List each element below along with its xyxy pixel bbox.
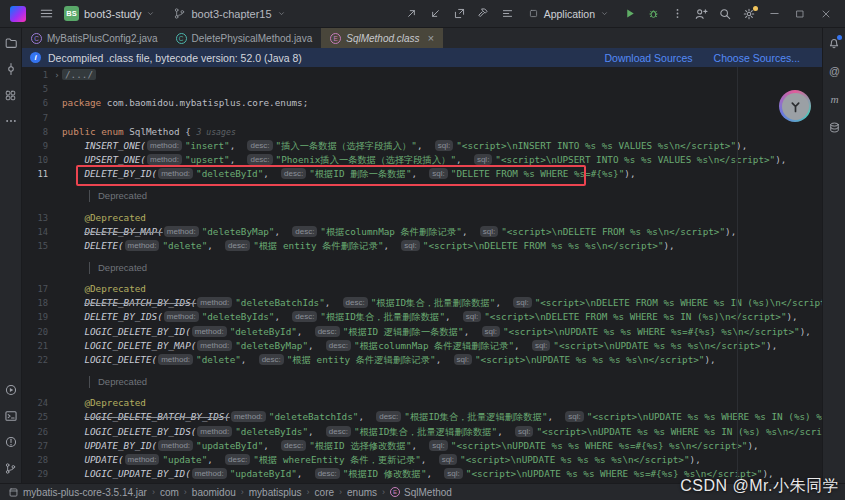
breadcrumb-label: mybatis-plus-core-3.5.14.jar [23, 487, 147, 498]
code-line[interactable]: 27 UPDATE_BY_ID(method:"updateById", des… [22, 439, 822, 453]
line-number[interactable]: 9 [22, 139, 52, 153]
breadcrumb-item[interactable]: core [315, 487, 334, 498]
debug-icon[interactable] [641, 3, 665, 25]
more-vertical-icon[interactable] [665, 3, 689, 25]
code-line[interactable]: 26 LOGIC_DELETE_BY_IDS(method:"deleteByI… [22, 425, 822, 439]
arrow-down-left-icon[interactable] [424, 3, 448, 25]
folder-icon[interactable] [1, 33, 21, 53]
line-number[interactable]: 29 [22, 467, 52, 481]
line-number[interactable]: 21 [22, 339, 52, 353]
line-number[interactable]: 13 [22, 211, 52, 225]
code-line[interactable]: 20 LOGIC_DELETE_BY_ID(method:"deleteById… [22, 325, 822, 339]
play-icon[interactable] [617, 3, 641, 25]
search-icon[interactable] [713, 3, 737, 25]
svg-text:m: m [830, 93, 838, 105]
editor-tab[interactable]: CMyBatisPlusConfig2.java [22, 28, 167, 48]
breadcrumb-item[interactable]: com [160, 487, 179, 498]
hammer-icon[interactable] [472, 3, 496, 25]
line-number[interactable]: 27 [22, 439, 52, 453]
code-line[interactable]: 13 @Deprecated [22, 211, 822, 225]
run-circle-icon[interactable] [1, 380, 21, 400]
editor-tab[interactable]: ESqlMethod.class× [321, 28, 443, 48]
hamburger-menu-icon[interactable] [34, 3, 58, 25]
avatar-glyph-icon [782, 93, 809, 120]
avatar-badge[interactable] [779, 90, 811, 122]
code-text: package com.baomidou.mybatisplus.core.en… [62, 96, 308, 110]
line-number[interactable]: 10 [22, 153, 52, 167]
code-area[interactable]: 1›/.../56package com.baomidou.mybatisplu… [22, 67, 822, 483]
minimize-icon[interactable] [761, 3, 787, 25]
code-line[interactable]: 9 INSERT_ONE(method:"insert", desc:"插入一条… [22, 139, 822, 153]
project-selector[interactable]: BS boot3-study [58, 3, 161, 25]
line-number[interactable]: 14 [22, 225, 52, 239]
code-line[interactable]: 19 DELETE_BY_IDS(method:"deleteByIds", d… [22, 310, 822, 324]
code-line[interactable]: 6package com.baomidou.mybatisplus.core.e… [22, 96, 822, 110]
line-number[interactable]: 26 [22, 425, 52, 439]
code-line[interactable]: 24 @Deprecated [22, 396, 822, 410]
add-user-icon[interactable] [689, 3, 713, 25]
close-icon[interactable]: × [428, 33, 434, 44]
line-number[interactable]: 18 [22, 296, 52, 310]
database-icon[interactable] [824, 117, 844, 137]
line-number[interactable]: 15 [22, 239, 52, 253]
fold-gutter [52, 410, 62, 424]
arrow-up-right-icon[interactable] [400, 3, 424, 25]
code-line[interactable]: 25 LOGIC_DELETE_BATCH_BY_IDS(method:"del… [22, 410, 822, 424]
code-text: DELETE_BY_MAP(method:"deleteByMap", desc… [62, 225, 736, 239]
branch-icon[interactable] [1, 458, 21, 478]
code-line[interactable]: 15 DELETE(method:"delete", desc:"根据 enti… [22, 239, 822, 253]
problems-icon[interactable] [1, 432, 21, 452]
commit-icon[interactable] [1, 59, 21, 79]
editor-tab[interactable]: CDeletePhysicalMethod.java [167, 28, 322, 48]
structure-icon[interactable] [1, 85, 21, 105]
code-line[interactable]: 8public enum SqlMethod { 3 usages [22, 125, 822, 139]
run-config-selector[interactable]: Application [522, 3, 615, 25]
ai-assistant-icon[interactable]: @ [824, 61, 844, 81]
line-number[interactable]: 28 [22, 453, 52, 467]
code-line[interactable]: 18 DELETE_BATCH_BY_IDS(method:"deleteBat… [22, 296, 822, 310]
code-line[interactable]: 14 DELETE_BY_MAP(method:"deleteByMap", d… [22, 225, 822, 239]
window-float-icon[interactable] [448, 3, 472, 25]
code-line[interactable]: 21 LOGIC_DELETE_BY_MAP(method:"deleteByM… [22, 339, 822, 353]
line-number[interactable]: 11 [22, 167, 52, 181]
editor-pane[interactable]: 1›/.../56package com.baomidou.mybatisplu… [22, 67, 822, 483]
breadcrumb-separator: › [184, 487, 187, 497]
toolbar-left: BS boot3-study boot3-chapter15 [6, 0, 292, 27]
line-number[interactable]: 8 [22, 125, 52, 139]
code-line[interactable]: 1›/.../ [22, 68, 822, 82]
branch-selector[interactable]: boot3-chapter15 [167, 3, 291, 25]
line-number[interactable]: 6 [22, 96, 52, 110]
breadcrumb-item[interactable]: mybatisplus [249, 487, 302, 498]
settings-icon[interactable] [737, 3, 761, 25]
choose-sources-link[interactable]: Choose Sources... [714, 52, 800, 64]
line-number[interactable]: 24 [22, 396, 52, 410]
breadcrumb-item[interactable]: ESqlMethod [390, 487, 452, 498]
line-number[interactable]: 19 [22, 310, 52, 324]
more-horizontal-icon[interactable] [1, 111, 21, 131]
maximize-icon[interactable] [787, 3, 813, 25]
line-number[interactable]: 1 [22, 68, 52, 82]
fold-arrow-icon[interactable]: › [52, 68, 62, 82]
breadcrumb-item[interactable]: enums [347, 487, 377, 498]
breadcrumb-item[interactable]: mybatis-plus-core-3.5.14.jar [8, 487, 147, 498]
line-number[interactable]: 17 [22, 282, 52, 296]
code-line[interactable]: 7 [22, 111, 822, 125]
terminal-icon[interactable] [1, 406, 21, 426]
line-number[interactable]: 25 [22, 410, 52, 424]
code-line[interactable]: 17 @Deprecated [22, 282, 822, 296]
code-line[interactable]: 22 LOGIC_DELETE(method:"delete", desc:"根… [22, 353, 822, 367]
line-number[interactable]: 22 [22, 353, 52, 367]
download-sources-link[interactable]: Download Sources [604, 52, 692, 64]
chevron-down-icon [277, 9, 286, 18]
line-number[interactable]: 5 [22, 82, 52, 96]
tool-windows-icon[interactable] [496, 3, 520, 25]
code-line[interactable]: 5 [22, 82, 822, 96]
close-icon[interactable] [813, 3, 839, 25]
line-number[interactable]: 7 [22, 111, 52, 125]
notifications-icon[interactable] [824, 33, 844, 53]
breadcrumb-item[interactable]: baomidou [192, 487, 236, 498]
right-margin-guide [737, 67, 738, 483]
code-line[interactable]: 28 UPDATE(method:"update", desc:"根据 wher… [22, 453, 822, 467]
line-number[interactable]: 20 [22, 325, 52, 339]
maven-icon[interactable]: m [824, 89, 844, 109]
